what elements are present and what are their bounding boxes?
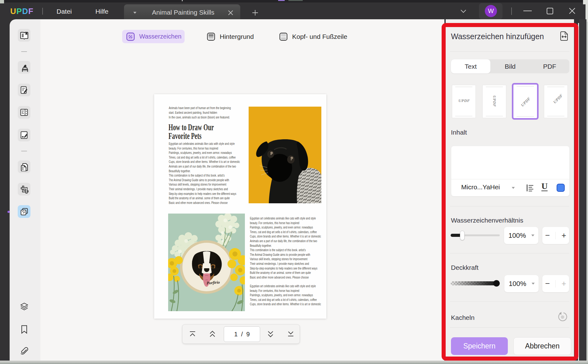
svg-text:Porfirio: Porfirio bbox=[206, 280, 220, 285]
